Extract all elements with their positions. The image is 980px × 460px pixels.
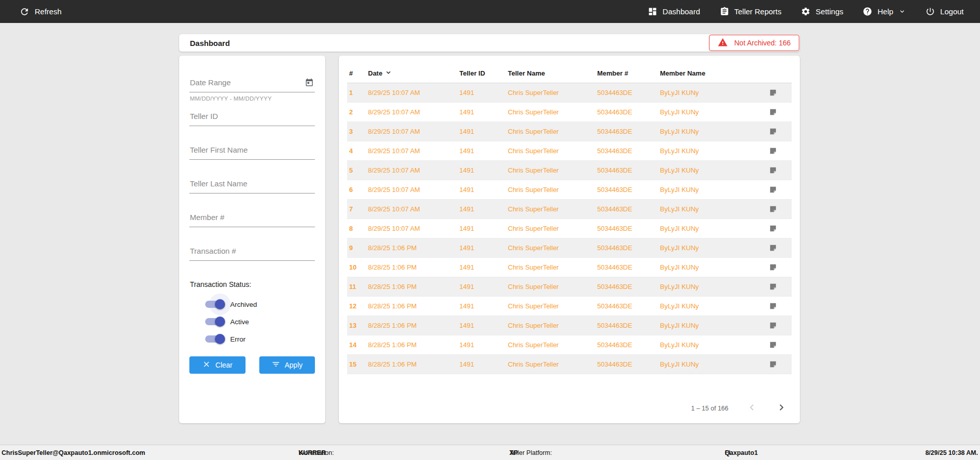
note-icon[interactable] xyxy=(754,302,792,310)
nav-teller-reports-label: Teller Reports xyxy=(734,7,782,16)
row-teller-id: 1491 xyxy=(459,322,508,329)
top-navigation: Dashboard Teller Reports Settings Help xyxy=(648,7,964,16)
settings-icon xyxy=(801,7,811,16)
top-bar: Refresh Dashboard Teller Reports Setting… xyxy=(0,0,980,23)
note-icon[interactable] xyxy=(754,282,792,291)
note-icon[interactable] xyxy=(754,224,792,233)
row-member-name: ByLyJI KUNy xyxy=(660,263,754,271)
row-number: 11 xyxy=(349,283,368,290)
nav-dashboard[interactable]: Dashboard xyxy=(648,7,700,16)
note-icon[interactable] xyxy=(754,244,792,252)
note-icon[interactable] xyxy=(754,88,792,97)
row-teller-id: 1491 xyxy=(459,147,508,155)
table-row[interactable]: 138/28/25 1:06 PM1491Chris SuperTeller50… xyxy=(347,316,792,335)
row-teller-name: Chris SuperTeller xyxy=(508,360,597,368)
warning-icon xyxy=(718,37,728,49)
row-number: 14 xyxy=(349,341,368,349)
teller-id-input[interactable] xyxy=(189,112,315,126)
table-row[interactable]: 128/28/25 1:06 PM1491Chris SuperTeller50… xyxy=(347,297,792,316)
row-date: 8/29/25 10:07 AM xyxy=(368,205,459,213)
nav-teller-reports[interactable]: Teller Reports xyxy=(720,7,782,16)
active-toggle[interactable] xyxy=(205,317,224,327)
row-date: 8/28/25 1:06 PM xyxy=(368,341,459,349)
nav-logout-label: Logout xyxy=(940,7,964,16)
row-member-number: 5034463DE xyxy=(597,89,660,96)
table-row[interactable]: 58/29/25 10:07 AM1491Chris SuperTeller50… xyxy=(347,161,792,180)
row-member-number: 5034463DE xyxy=(597,166,660,174)
clear-x-icon xyxy=(202,360,211,370)
note-icon[interactable] xyxy=(754,147,792,155)
table-row[interactable]: 88/29/25 10:07 AM1491Chris SuperTeller50… xyxy=(347,219,792,238)
nav-help[interactable]: Help xyxy=(863,7,906,16)
date-range-field-wrap: MM/DD/YYYY - MM/DD/YYYY xyxy=(189,78,315,92)
table-row[interactable]: 148/28/25 1:06 PM1491Chris SuperTeller50… xyxy=(347,335,792,355)
refresh-button[interactable]: Refresh xyxy=(19,7,62,17)
not-archived-badge[interactable]: Not Archived: 166 xyxy=(709,35,799,51)
row-teller-id: 1491 xyxy=(459,205,508,213)
table-row[interactable]: 98/28/25 1:06 PM1491Chris SuperTeller503… xyxy=(347,238,792,258)
transaction-number-input[interactable] xyxy=(189,247,315,261)
apply-button[interactable]: Apply xyxy=(259,356,315,374)
col-header-date[interactable]: Date xyxy=(368,68,459,78)
nav-logout[interactable]: Logout xyxy=(925,7,964,16)
row-member-number: 5034463DE xyxy=(597,205,660,213)
teller-last-name-input[interactable] xyxy=(189,179,315,193)
date-range-input[interactable] xyxy=(189,78,305,92)
row-number: 5 xyxy=(349,166,368,174)
col-header-teller-name: Teller Name xyxy=(508,69,597,77)
refresh-label: Refresh xyxy=(35,7,62,16)
table-row[interactable]: 48/29/25 10:07 AM1491Chris SuperTeller50… xyxy=(347,141,792,161)
note-icon[interactable] xyxy=(754,166,792,175)
archived-toggle[interactable] xyxy=(205,299,224,309)
row-member-number: 5034463DE xyxy=(597,322,660,329)
table-row[interactable]: 108/28/25 1:06 PM1491Chris SuperTeller50… xyxy=(347,258,792,277)
table-row[interactable]: 68/29/25 10:07 AM1491Chris SuperTeller50… xyxy=(347,180,792,200)
note-icon[interactable] xyxy=(754,127,792,136)
sort-desc-icon xyxy=(384,68,393,78)
calendar-icon[interactable] xyxy=(305,78,315,92)
row-teller-id: 1491 xyxy=(459,302,508,310)
table-row[interactable]: 158/28/25 1:06 PM1491Chris SuperTeller50… xyxy=(347,355,792,374)
dashboard-icon xyxy=(648,7,657,16)
row-member-name: ByLyJI KUNy xyxy=(660,244,754,252)
row-teller-name: Chris SuperTeller xyxy=(508,263,597,271)
row-teller-name: Chris SuperTeller xyxy=(508,128,597,135)
error-toggle[interactable] xyxy=(205,334,224,344)
row-number: 8 xyxy=(349,225,368,232)
member-number-input[interactable] xyxy=(189,213,315,227)
row-teller-name: Chris SuperTeller xyxy=(508,166,597,174)
note-icon[interactable] xyxy=(754,321,792,330)
pagination-prev-button[interactable] xyxy=(746,401,758,415)
row-teller-name: Chris SuperTeller xyxy=(508,89,597,96)
note-icon[interactable] xyxy=(754,360,792,369)
transaction-status-label: Transaction Status: xyxy=(190,280,315,288)
table-row[interactable]: 118/28/25 1:06 PM1491Chris SuperTeller50… xyxy=(347,277,792,297)
apply-button-label: Apply xyxy=(285,361,303,369)
logged-in-user: ChrisSuperTeller@Qaxpauto1.onmicrosoft.c… xyxy=(2,449,145,456)
row-teller-name: Chris SuperTeller xyxy=(508,283,597,290)
row-date: 8/29/25 10:07 AM xyxy=(368,89,459,96)
nav-settings-label: Settings xyxy=(816,7,843,16)
row-teller-name: Chris SuperTeller xyxy=(508,341,597,349)
table-row[interactable]: 38/29/25 10:07 AM1491Chris SuperTeller50… xyxy=(347,122,792,141)
note-icon[interactable] xyxy=(754,263,792,272)
pagination-next-button[interactable] xyxy=(775,401,788,415)
row-member-name: ByLyJI KUNy xyxy=(660,128,754,135)
row-number: 7 xyxy=(349,205,368,213)
note-icon[interactable] xyxy=(754,341,792,349)
row-date: 8/29/25 10:07 AM xyxy=(368,147,459,155)
clear-button[interactable]: Clear xyxy=(189,356,246,374)
row-teller-name: Chris SuperTeller xyxy=(508,108,597,116)
table-row[interactable]: 18/29/25 10:07 AM1491Chris SuperTeller50… xyxy=(347,83,792,103)
table-body: 18/29/25 10:07 AM1491Chris SuperTeller50… xyxy=(347,83,792,374)
table-row[interactable]: 78/29/25 10:07 AM1491Chris SuperTeller50… xyxy=(347,200,792,219)
archived-toggle-label: Archived xyxy=(230,301,257,308)
table-row[interactable]: 28/29/25 10:07 AM1491Chris SuperTeller50… xyxy=(347,103,792,122)
fi-status: FI: Qaxpauto1 xyxy=(725,449,758,456)
note-icon[interactable] xyxy=(754,205,792,213)
note-icon[interactable] xyxy=(754,108,792,116)
nav-settings[interactable]: Settings xyxy=(801,7,843,16)
note-icon[interactable] xyxy=(754,185,792,194)
teller-first-name-input[interactable] xyxy=(189,146,315,160)
row-teller-name: Chris SuperTeller xyxy=(508,205,597,213)
